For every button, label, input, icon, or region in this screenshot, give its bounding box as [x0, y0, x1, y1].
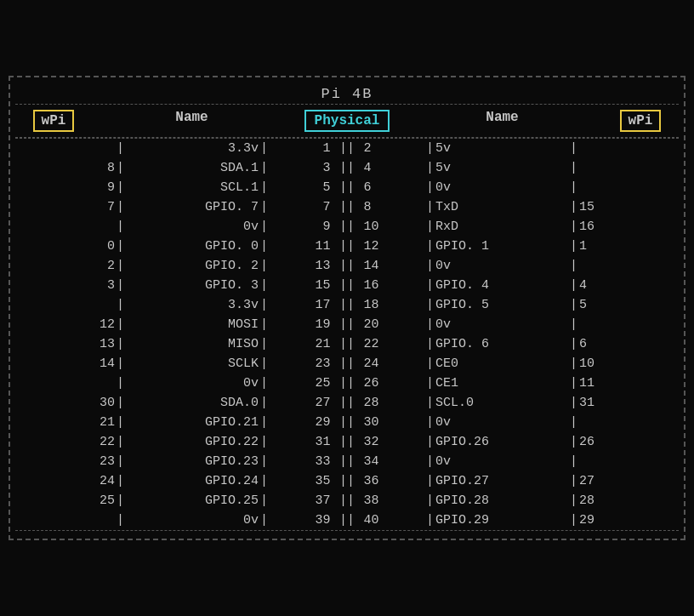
name-right-cell: GPIO.29 [435, 510, 568, 530]
name-left-cell: GPIO. 7 [126, 197, 259, 217]
sep3: | [424, 432, 435, 452]
wpi-left-cell: 13 [15, 334, 115, 354]
wpi-right-cell: 5 [579, 295, 679, 315]
sep2: | [259, 295, 270, 315]
center-sep: || [331, 334, 364, 354]
pin-right-cell: 8 [364, 197, 425, 217]
name-left-cell: SCLK [126, 354, 259, 374]
sep4: | [568, 217, 579, 237]
sep3: | [424, 237, 435, 256]
wpi-right-header: wPi [602, 110, 679, 132]
wpi-right-cell: 15 [579, 197, 679, 217]
pin-right-cell: 2 [364, 139, 425, 158]
name-left-cell: SCL.1 [126, 178, 259, 197]
wpi-left-cell: 23 [15, 452, 115, 471]
physical-header: Physical [292, 110, 402, 132]
center-sep: || [331, 393, 364, 413]
sep4: | [568, 315, 579, 334]
pin-right-cell: 38 [364, 491, 425, 510]
pin-left-cell: 23 [270, 354, 331, 374]
wpi-right-cell [579, 178, 679, 197]
name-right-header: Name [402, 110, 602, 132]
pin-left-cell: 31 [270, 432, 331, 452]
center-sep: || [331, 178, 364, 197]
sep-left: | [115, 237, 126, 256]
wpi-left-cell: 25 [15, 491, 115, 510]
name-left-cell: GPIO.25 [126, 491, 259, 510]
name-right-cell: GPIO.27 [435, 471, 568, 491]
sep4: | [568, 413, 579, 432]
sep2: | [259, 237, 270, 256]
pin-left-cell: 33 [270, 452, 331, 471]
pin-right-cell: 24 [364, 354, 425, 374]
name-left-cell: GPIO.22 [126, 432, 259, 452]
center-sep: || [331, 374, 364, 393]
sep4: | [568, 295, 579, 315]
name-left-cell: SDA.1 [126, 158, 259, 178]
pin-right-cell: 14 [364, 256, 425, 276]
table-row: 9 | SCL.1 | 5 || 6 | 0v | [15, 178, 679, 197]
wpi-left-cell: 21 [15, 413, 115, 432]
pin-right-cell: 12 [364, 237, 425, 256]
table-row: 2 | GPIO. 2 | 13 || 14 | 0v | [15, 256, 679, 276]
sep4: | [568, 393, 579, 413]
table-row: | 3.3v | 1 || 2 | 5v | [15, 139, 679, 158]
center-sep: || [331, 354, 364, 374]
sep2: | [259, 197, 270, 217]
wpi-right-cell: 28 [579, 491, 679, 510]
sep4: | [568, 178, 579, 197]
sep3: | [424, 178, 435, 197]
name-left-cell: 3.3v [126, 139, 259, 158]
sep-left: | [115, 217, 126, 237]
wpi-left-cell: 8 [15, 158, 115, 178]
wpi-left-header: wPi [15, 110, 92, 132]
name-left-cell: GPIO. 2 [126, 256, 259, 276]
wpi-right-cell: 27 [579, 471, 679, 491]
name-right-cell: 0v [435, 315, 568, 334]
wpi-right-cell: 10 [579, 354, 679, 374]
name-right-cell: GPIO. 1 [435, 237, 568, 256]
pin-right-cell: 10 [364, 217, 425, 237]
name-left-cell: 0v [126, 374, 259, 393]
wpi-left-cell: 9 [15, 178, 115, 197]
wpi-left-cell: 3 [15, 276, 115, 295]
sep4: | [568, 158, 579, 178]
wpi-left-cell: 2 [15, 256, 115, 276]
wpi-right-cell [579, 452, 679, 471]
wpi-right-cell [579, 413, 679, 432]
name-right-cell: 5v [435, 139, 568, 158]
wpi-right-cell: 29 [579, 510, 679, 530]
sep3: | [424, 471, 435, 491]
sep2: | [259, 334, 270, 354]
name-left-cell: MOSI [126, 315, 259, 334]
pin-left-cell: 9 [270, 217, 331, 237]
sep3: | [424, 217, 435, 237]
sep3: | [424, 354, 435, 374]
pin-table: | 3.3v | 1 || 2 | 5v | 8 | SDA.1 | 3 || … [15, 139, 679, 530]
pin-right-cell: 30 [364, 413, 425, 432]
sep3: | [424, 276, 435, 295]
sep-left: | [115, 354, 126, 374]
table-row: 23 | GPIO.23 | 33 || 34 | 0v | [15, 452, 679, 471]
pin-left-cell: 5 [270, 178, 331, 197]
pin-right-cell: 18 [364, 295, 425, 315]
pin-left-cell: 27 [270, 393, 331, 413]
wpi-left-cell: 12 [15, 315, 115, 334]
pin-left-cell: 35 [270, 471, 331, 491]
pin-left-cell: 15 [270, 276, 331, 295]
center-sep: || [331, 139, 364, 158]
name-right-cell: GPIO.26 [435, 432, 568, 452]
table-row: 30 | SDA.0 | 27 || 28 | SCL.0 | 31 [15, 393, 679, 413]
wpi-right-cell: 16 [579, 217, 679, 237]
name-right-cell: 0v [435, 413, 568, 432]
sep-left: | [115, 432, 126, 452]
name-right-cell: CE1 [435, 374, 568, 393]
sep2: | [259, 413, 270, 432]
sep2: | [259, 491, 270, 510]
center-sep: || [331, 256, 364, 276]
table-row: 14 | SCLK | 23 || 24 | CE0 | 10 [15, 354, 679, 374]
wpi-right-cell [579, 158, 679, 178]
center-sep: || [331, 432, 364, 452]
sep3: | [424, 491, 435, 510]
sep2: | [259, 139, 270, 158]
